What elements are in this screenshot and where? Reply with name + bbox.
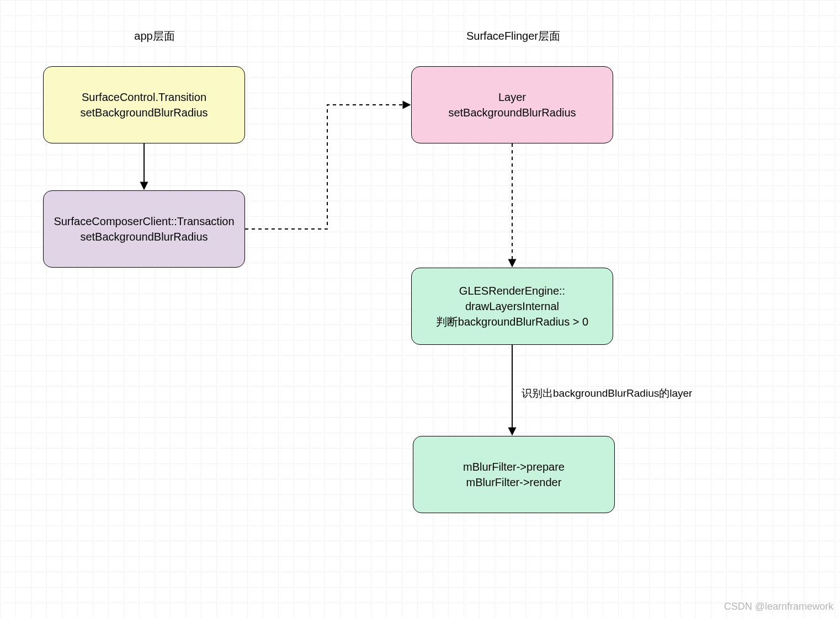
- node-mblurfilter: mBlurFilter->prepare mBlurFilter->render: [413, 436, 615, 513]
- node-line: setBackgroundBlurRadius: [80, 229, 208, 244]
- node-line: SurfaceControl.Transition: [82, 89, 206, 105]
- node-line: setBackgroundBlurRadius: [80, 105, 208, 120]
- node-layer: Layer setBackgroundBlurRadius: [411, 66, 613, 143]
- node-surfacecontrol-transition: SurfaceControl.Transition setBackgroundB…: [43, 66, 245, 143]
- node-line: mBlurFilter->prepare: [463, 459, 565, 475]
- node-glesrenderengine: GLESRenderEngine:: drawLayersInternal 判断…: [411, 268, 613, 345]
- node-line: mBlurFilter->render: [466, 475, 562, 490]
- node-line: SurfaceComposerClient::Transaction: [54, 214, 234, 229]
- node-line: setBackgroundBlurRadius: [448, 105, 576, 120]
- node-surfacecomposerclient-transaction: SurfaceComposerClient::Transaction setBa…: [43, 190, 245, 268]
- node-line: Layer: [498, 89, 526, 105]
- edge-label-recognize-layer: 识别出backgroundBlurRadius的layer: [522, 386, 692, 401]
- section-header-app: app层面: [110, 29, 199, 44]
- node-line: drawLayersInternal: [465, 299, 559, 314]
- watermark: CSDN @learnframework: [724, 601, 833, 612]
- node-line: GLESRenderEngine::: [459, 283, 565, 299]
- section-header-surfaceflinger: SurfaceFlinger层面: [442, 29, 585, 44]
- node-line: 判断backgroundBlurRadius > 0: [436, 314, 588, 329]
